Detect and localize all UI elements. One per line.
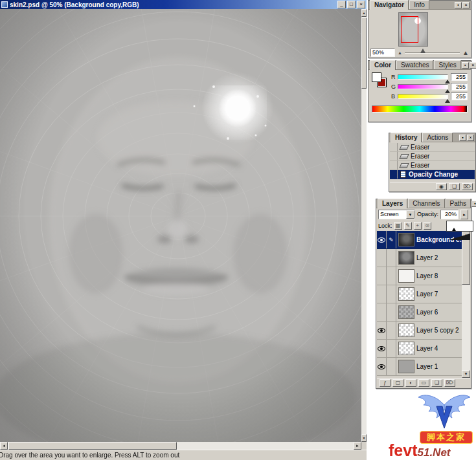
navigator-thumbnail[interactable] bbox=[398, 12, 428, 47]
green-slider[interactable] bbox=[398, 84, 448, 89]
green-value-input[interactable]: 255 bbox=[451, 83, 468, 91]
zoom-level-input[interactable]: 50% bbox=[370, 49, 395, 57]
tab-color[interactable]: Color bbox=[370, 60, 396, 70]
visibility-toggle[interactable] bbox=[377, 340, 387, 357]
close-button[interactable]: × bbox=[357, 1, 365, 8]
visibility-toggle[interactable] bbox=[377, 231, 387, 248]
lock-transparency-checkbox[interactable]: ▦ bbox=[394, 222, 402, 230]
restore-button[interactable]: □ bbox=[347, 1, 356, 8]
blend-mode-select[interactable]: Screen ▼ bbox=[378, 210, 415, 219]
layer-thumbnail[interactable] bbox=[398, 360, 414, 373]
tab-actions[interactable]: Actions bbox=[422, 133, 453, 142]
minimize-button[interactable]: _ bbox=[337, 1, 346, 8]
delete-state-icon[interactable]: ⌦ bbox=[462, 183, 473, 190]
red-slider-thumb[interactable] bbox=[445, 80, 450, 83]
layer-thumbnail[interactable] bbox=[398, 305, 414, 319]
document-titlebar[interactable]: skin2.psd @ 50% (Background copy,RGB) _ … bbox=[0, 0, 367, 9]
layer-style-icon[interactable]: ƒ bbox=[380, 379, 391, 387]
history-item[interactable]: Eraser bbox=[390, 143, 475, 152]
layer-row[interactable]: ✎ Layer 2 bbox=[377, 249, 463, 267]
color-spectrum-ramp[interactable] bbox=[372, 105, 468, 113]
zoom-in-icon[interactable]: ▲ bbox=[462, 49, 469, 57]
red-slider[interactable] bbox=[398, 74, 448, 80]
opacity-slider-arrow-icon[interactable]: ▸ bbox=[460, 210, 468, 219]
delete-layer-icon[interactable]: ⌦ bbox=[444, 379, 455, 387]
lock-all-checkbox[interactable]: ⊙ bbox=[424, 222, 431, 230]
layer-thumbnail[interactable] bbox=[398, 287, 414, 301]
panel-close-icon[interactable]: × bbox=[462, 2, 470, 8]
tab-swatches[interactable]: Swatches bbox=[396, 60, 433, 69]
zoom-slider[interactable] bbox=[405, 52, 460, 54]
layer-mask-icon[interactable]: ▢ bbox=[392, 379, 403, 387]
lock-image-checkbox[interactable]: ✎ bbox=[404, 222, 412, 230]
link-column[interactable]: ✎ bbox=[387, 340, 396, 357]
visibility-toggle[interactable] bbox=[377, 358, 387, 375]
layer-group-icon[interactable]: ▭ bbox=[418, 379, 429, 387]
visibility-toggle[interactable] bbox=[377, 322, 387, 339]
visibility-toggle[interactable] bbox=[377, 285, 387, 303]
scroll-down-arrow-icon[interactable]: ▼ bbox=[361, 434, 367, 442]
navigator-view-rectangle[interactable] bbox=[401, 16, 418, 43]
canvas[interactable] bbox=[0, 9, 361, 442]
lock-position-checkbox[interactable]: + bbox=[414, 222, 422, 230]
layer-row[interactable]: ✎ Layer 4 bbox=[377, 340, 463, 358]
layer-row[interactable]: ✎ Layer 6 bbox=[377, 303, 463, 322]
history-brush-checkbox[interactable] bbox=[390, 143, 398, 151]
adjustment-layer-icon[interactable]: ◐ bbox=[405, 379, 416, 387]
panel-close-icon[interactable]: × bbox=[470, 62, 476, 69]
visibility-toggle[interactable] bbox=[377, 303, 387, 321]
opacity-input[interactable]: 20% bbox=[440, 210, 459, 219]
scroll-up-arrow-icon[interactable]: ▲ bbox=[361, 9, 367, 17]
new-layer-icon[interactable]: ❏ bbox=[431, 379, 442, 387]
scroll-down-arrow-icon[interactable]: ▼ bbox=[462, 370, 470, 378]
tab-info[interactable]: Info bbox=[409, 0, 429, 9]
link-column[interactable]: ✎ bbox=[387, 358, 396, 375]
blue-slider-thumb[interactable] bbox=[445, 99, 450, 103]
vertical-scroll-thumb[interactable] bbox=[361, 17, 367, 89]
new-snapshot-icon[interactable]: ◉ bbox=[436, 183, 447, 190]
history-item[interactable]: Opacity Change bbox=[390, 170, 475, 179]
green-slider-thumb[interactable] bbox=[445, 89, 450, 93]
canvas-vertical-scrollbar[interactable]: ▲ ▼ bbox=[361, 9, 367, 442]
link-column[interactable]: ✎ bbox=[387, 322, 396, 339]
layer-row[interactable]: ✎ Layer 7 bbox=[377, 285, 463, 303]
panel-collapse-icon[interactable]: ▪ bbox=[462, 62, 469, 69]
visibility-toggle[interactable] bbox=[377, 267, 387, 285]
layer-thumbnail[interactable] bbox=[398, 323, 414, 337]
history-brush-checkbox[interactable] bbox=[390, 161, 398, 170]
link-column[interactable]: ✎ bbox=[387, 249, 396, 267]
link-column[interactable]: ✎ bbox=[387, 303, 396, 321]
zoom-out-icon[interactable]: ▲ bbox=[398, 49, 402, 57]
panel-collapse-icon[interactable]: ▪ bbox=[471, 201, 476, 207]
layer-thumbnail[interactable] bbox=[398, 342, 414, 355]
link-column[interactable]: ✎ bbox=[387, 231, 396, 248]
link-column[interactable]: ✎ bbox=[387, 267, 396, 285]
layer-thumbnail[interactable] bbox=[398, 269, 414, 283]
layers-scroll-thumb[interactable] bbox=[462, 239, 470, 285]
history-brush-checkbox[interactable] bbox=[390, 152, 398, 160]
horizontal-scroll-thumb[interactable] bbox=[8, 442, 177, 450]
panel-close-icon[interactable]: × bbox=[467, 135, 474, 141]
blue-value-input[interactable]: 255 bbox=[451, 93, 468, 100]
panel-collapse-icon[interactable]: ▪ bbox=[459, 135, 466, 141]
scroll-left-arrow-icon[interactable]: ◄ bbox=[0, 442, 8, 450]
history-item[interactable]: Eraser bbox=[390, 152, 475, 161]
foreground-color-swatch[interactable] bbox=[372, 72, 381, 82]
layer-row[interactable]: ✎ Layer 1 bbox=[377, 358, 463, 376]
layer-row[interactable]: ✎ Layer 8 bbox=[377, 267, 463, 285]
layer-thumbnail[interactable] bbox=[398, 233, 414, 246]
opacity-slider-popup[interactable] bbox=[446, 221, 473, 232]
layer-thumbnail[interactable] bbox=[398, 251, 414, 265]
tab-styles[interactable]: Styles bbox=[434, 60, 460, 69]
history-item[interactable]: Eraser bbox=[390, 161, 475, 170]
blue-slider[interactable] bbox=[398, 94, 448, 99]
red-value-input[interactable]: 255 bbox=[451, 73, 468, 81]
tab-history[interactable]: History bbox=[391, 133, 422, 142]
layers-scrollbar[interactable]: ▲ ▼ bbox=[462, 231, 470, 378]
tab-navigator[interactable]: Navigator bbox=[370, 0, 409, 10]
scroll-right-arrow-icon[interactable]: ► bbox=[354, 442, 361, 450]
tab-paths[interactable]: Paths bbox=[446, 199, 471, 208]
visibility-toggle[interactable] bbox=[377, 249, 387, 267]
layer-row[interactable]: ✎ Layer 5 copy 2 bbox=[377, 322, 463, 340]
panel-collapse-icon[interactable]: ▪ bbox=[455, 2, 462, 8]
